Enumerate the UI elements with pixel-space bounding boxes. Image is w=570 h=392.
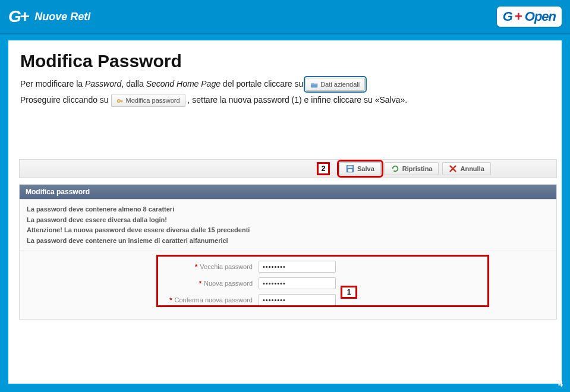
button-label: Annulla bbox=[460, 165, 484, 172]
text: , settare la nuova password (1) e infine… bbox=[188, 95, 408, 105]
callout-2: 2 bbox=[317, 162, 330, 175]
text: del portale cliccare su bbox=[221, 79, 306, 88]
brand-plus: + bbox=[20, 7, 29, 26]
text: , dalla bbox=[121, 79, 146, 88]
label-text: Vecchia password bbox=[200, 263, 253, 270]
label-confirm-password: *Conferma nuova password bbox=[27, 296, 253, 304]
cancel-icon bbox=[449, 165, 457, 173]
salva-button[interactable]: Salva bbox=[339, 162, 381, 175]
brand-subtitle: Nuove Reti bbox=[34, 11, 90, 23]
svg-point-0 bbox=[117, 100, 120, 103]
brand-logo: G+ bbox=[8, 7, 29, 26]
label-text: Conferma nuova password bbox=[175, 296, 253, 304]
badge-g: G bbox=[503, 9, 512, 24]
label-new-password: *Nuova password bbox=[27, 280, 253, 287]
instruction-line-1: Per modificare la Password, dalla Second… bbox=[20, 76, 550, 92]
button-label: Modifica password bbox=[126, 97, 180, 104]
label-old-password: *Vecchia password bbox=[27, 263, 253, 270]
input-confirm-password[interactable] bbox=[259, 294, 336, 306]
badge-plus: + bbox=[515, 9, 522, 24]
dati-aziendali-button[interactable]: Dati aziendali bbox=[306, 78, 365, 91]
ripristina-button[interactable]: Ripristina bbox=[385, 162, 439, 175]
app-screenshot: 2 Salva Ripristina Annulla bbox=[19, 159, 557, 320]
header-divider bbox=[0, 33, 570, 34]
top-bar: G+ Nuove Reti G+Open bbox=[0, 0, 570, 33]
instruction-line-2: Proseguire cliccando su Modifica passwor… bbox=[20, 92, 550, 108]
svg-rect-2 bbox=[348, 166, 353, 168]
page-number: 4 bbox=[558, 379, 563, 388]
required-marker: * bbox=[199, 280, 201, 287]
callout-1: 1 bbox=[341, 286, 357, 299]
password-panel: Modifica password La password deve conte… bbox=[19, 184, 557, 320]
button-label: Dati aziendali bbox=[320, 81, 360, 88]
text: Per modificare la bbox=[20, 79, 85, 88]
rule-line: La password deve essere diversa dalla lo… bbox=[27, 215, 549, 226]
folder-icon bbox=[311, 81, 318, 88]
required-marker: * bbox=[169, 296, 172, 304]
row-confirm-password: *Conferma nuova password bbox=[27, 292, 549, 308]
top-right-badge: G+Open bbox=[497, 7, 562, 27]
svg-rect-3 bbox=[348, 169, 352, 172]
panel-body: La password deve contenere almeno 8 cara… bbox=[20, 199, 556, 319]
toolbar-buttons: Salva Ripristina Annulla bbox=[339, 162, 491, 175]
annulla-button[interactable]: Annulla bbox=[442, 162, 490, 175]
rule-line: La password deve contenere un insieme di… bbox=[27, 236, 549, 246]
restore-icon bbox=[391, 165, 399, 173]
text-italic: Password bbox=[85, 79, 121, 88]
text-italic: Second Home Page bbox=[146, 79, 221, 88]
text: Proseguire cliccando su bbox=[20, 95, 111, 105]
password-rules: La password deve contenere almeno 8 cara… bbox=[20, 200, 556, 251]
modifica-password-button[interactable]: Modifica password bbox=[111, 94, 185, 107]
input-old-password[interactable] bbox=[259, 261, 336, 273]
badge-open: Open bbox=[525, 9, 556, 24]
input-new-password[interactable] bbox=[259, 277, 336, 289]
slide-title: Modifica Password bbox=[20, 51, 550, 71]
row-old-password: *Vecchia password bbox=[27, 258, 549, 275]
key-icon bbox=[116, 97, 124, 105]
toolbar: 2 Salva Ripristina Annulla bbox=[19, 159, 557, 178]
form-area: 1 *Vecchia password *Nuova password *Con… bbox=[20, 251, 556, 319]
save-icon bbox=[346, 165, 354, 173]
label-text: Nuova password bbox=[204, 280, 253, 287]
button-label: Ripristina bbox=[402, 165, 433, 172]
rule-line: La password deve contenere almeno 8 cara… bbox=[27, 204, 549, 215]
row-new-password: *Nuova password bbox=[27, 275, 549, 292]
brand-block: G+ Nuove Reti bbox=[8, 7, 90, 26]
rule-line: Attenzione! La nuova password deve esser… bbox=[27, 225, 549, 236]
panel-header: Modifica password bbox=[20, 185, 556, 199]
required-marker: * bbox=[195, 263, 197, 270]
slide: Modifica Password Per modificare la Pass… bbox=[8, 40, 562, 384]
brand-g: G bbox=[8, 7, 20, 26]
button-label: Salva bbox=[357, 165, 374, 172]
